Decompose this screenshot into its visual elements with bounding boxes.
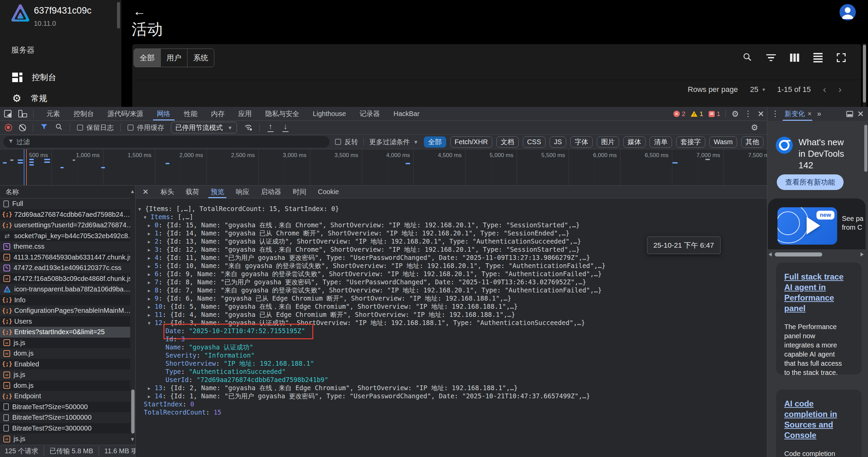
json-line[interactable]: Id: 3 (136, 335, 767, 343)
table-row[interactable]: ‹› js.js (0, 369, 130, 380)
expander-arrow-icon[interactable]: ▶ (148, 222, 155, 230)
video-card[interactable]: new See pafrom C (768, 198, 866, 249)
expander-arrow-icon[interactable]: ▼ (148, 319, 155, 327)
close-tab-icon[interactable]: × (808, 110, 812, 118)
expander-arrow-icon[interactable]: ▶ (148, 287, 155, 295)
network-search-icon[interactable] (55, 123, 63, 133)
filter-chip[interactable]: 全部 (424, 136, 446, 148)
settings-gear-icon[interactable]: ⚙ (731, 109, 739, 119)
filter-chip[interactable]: 图片 (597, 136, 619, 148)
preview-tab[interactable]: 预览 (205, 186, 230, 198)
expander-arrow-icon[interactable]: ▶ (148, 254, 155, 262)
table-row[interactable]: ✎ theme.css (0, 241, 130, 252)
expander-arrow-icon[interactable]: ▶ (148, 393, 155, 401)
json-line[interactable]: UserId: "72d69aa276874cdbb67aed7598b241b… (136, 376, 767, 384)
import-har-icon[interactable]: ↑ (267, 123, 275, 132)
filter-chip[interactable]: 字体 (570, 136, 593, 148)
devtools-tab[interactable]: 元素 (40, 107, 67, 120)
rows-per-page-select[interactable]: 25 ▾ (750, 85, 765, 94)
checkbox[interactable] (77, 125, 83, 131)
avatar[interactable] (840, 4, 856, 20)
json-line[interactable]: ▶7: {Id: 8, Name: "已为用户 goyasha 更改密码", T… (136, 278, 767, 286)
activity-tab[interactable]: 全部 (134, 49, 160, 67)
next-page-button[interactable]: › (839, 84, 842, 95)
expander-arrow-icon[interactable]: ▶ (148, 246, 155, 254)
filter-chip[interactable]: CSS (523, 136, 546, 148)
columns-icon[interactable] (790, 54, 799, 62)
devtools-tab[interactable]: 内存 (204, 107, 232, 120)
close-icon[interactable]: ✕ (136, 188, 155, 196)
json-line[interactable]: ShortOverview: "IP 地址: 192.168.188.1" (136, 359, 767, 367)
activity-tab[interactable]: 系统 (187, 49, 214, 67)
devtools-tab[interactable]: 网络 (150, 107, 177, 120)
table-row[interactable]: ‹› js.js (0, 434, 130, 444)
expander-arrow-icon[interactable]: ▶ (148, 238, 155, 246)
filter-chip[interactable]: Wasm (709, 136, 737, 148)
json-line[interactable]: ▶5: {Id: 10, Name: "来自 goyasha 的登录尝试失败",… (136, 262, 767, 270)
disable-cache-toggle[interactable]: 停用缓存 (127, 123, 164, 132)
scrollbar-thumb[interactable] (131, 389, 135, 434)
preview-tab[interactable]: 启动器 (255, 186, 287, 198)
table-row[interactable]: BitrateTest?Size=3000000 (0, 423, 130, 434)
warning-badge[interactable]: ! 1 (691, 110, 703, 118)
table-row[interactable]: {;} Endpoint (0, 391, 130, 402)
devtools-tab[interactable]: 记录器 (353, 107, 387, 120)
filter-chip[interactable]: 媒体 (623, 136, 646, 148)
expander-arrow-icon[interactable]: ▶ (148, 384, 155, 393)
expander-arrow-icon[interactable]: ▶ (148, 279, 155, 287)
filter-chip[interactable]: Fetch/XHR (450, 136, 492, 148)
expander-arrow-icon[interactable]: ▼ (144, 213, 151, 222)
devtools-tab[interactable]: HackBar (387, 107, 426, 120)
checkbox[interactable] (335, 139, 341, 145)
prev-page-button[interactable]: ‹ (823, 84, 826, 95)
back-button[interactable]: ← (133, 4, 146, 19)
filter-chip[interactable]: JS (550, 136, 566, 148)
devtools-tab[interactable]: 控制台 (67, 107, 101, 120)
name-column-header[interactable]: 名称 (0, 186, 135, 198)
sidebar-item-general[interactable]: ⚙ 常规 (0, 89, 115, 108)
preview-tab[interactable]: 响应 (230, 186, 255, 198)
table-row[interactable]: BitrateTest?Size=1000000 (0, 412, 130, 423)
preview-tab[interactable]: 时间 (287, 186, 312, 198)
json-line[interactable]: ▶9: {Id: 6, Name: "goyasha 已从 Edge Chrom… (136, 294, 767, 302)
devtools-tab[interactable]: 源代码/来源 (101, 107, 150, 120)
json-line[interactable]: ▶6: {Id: 9, Name: "来自 goyasha 的登录尝试失败", … (136, 270, 767, 278)
network-conditions-icon[interactable] (244, 122, 253, 133)
invert-filter-toggle[interactable]: 反转 (335, 137, 358, 147)
play-icon[interactable] (807, 217, 820, 234)
table-row[interactable]: ⇄ socket?api_key=b44c705c32eb492c8… (0, 231, 130, 242)
devtools-tab[interactable]: 应用 (232, 107, 259, 120)
filter-icon[interactable] (766, 54, 776, 61)
table-row[interactable]: {;} Users (0, 316, 130, 327)
table-row[interactable]: BitrateTest?Size=500000 (0, 402, 130, 413)
request-scrollbar[interactable]: ▲ ▼ (130, 186, 135, 445)
json-line[interactable]: Name: "goyasha 认证成功" (136, 343, 767, 351)
json-line[interactable]: StartIndex: 0 (136, 400, 767, 408)
device-toolbar-icon[interactable] (18, 110, 27, 117)
json-line[interactable]: ▶10: {Id: 5, Name: "goyasha 在线，来自 Edge C… (136, 302, 767, 310)
preview-tab[interactable]: 载荷 (180, 186, 205, 198)
devtools-tab[interactable]: 性能 (177, 107, 204, 120)
json-line[interactable]: Type: "AuthenticationSucceeded" (136, 367, 767, 376)
json-line[interactable]: ▶1: {Id: 14, Name: "goyasha 已从 Chrome 断开… (136, 229, 767, 237)
fullscreen-icon[interactable] (837, 53, 846, 62)
preserve-log-toggle[interactable]: 保留日志 (77, 123, 114, 132)
checkbox[interactable] (127, 125, 134, 131)
filter-chip[interactable]: 文档 (496, 136, 519, 148)
list-icon[interactable] (813, 53, 823, 62)
preview-tab[interactable]: 标头 (155, 186, 180, 198)
scroll-right-icon[interactable] (861, 252, 864, 256)
table-row[interactable]: {;} usersettings?userId=72d69aa276874… (0, 220, 130, 231)
expander-arrow-icon[interactable]: ▶ (148, 230, 155, 238)
video-thumbnail[interactable]: new (777, 207, 837, 245)
expander-arrow-icon[interactable]: ▶ (148, 311, 155, 319)
table-row[interactable]: {;} Info (0, 295, 130, 306)
filter-chip[interactable]: 清单 (650, 136, 672, 148)
expander-arrow-icon[interactable]: ▶ (148, 262, 155, 270)
more-tabs-icon[interactable]: » (817, 110, 821, 118)
search-icon[interactable] (743, 52, 752, 63)
table-row[interactable]: Full (0, 198, 130, 209)
json-line[interactable]: ▶0: {Id: 15, Name: "goyasha 在线，来自 Chrome… (136, 221, 767, 229)
json-line[interactable]: Severity: "Information" (136, 351, 767, 359)
table-row[interactable]: {;} 72d69aa276874cdbb67aed7598b24… (0, 209, 130, 220)
